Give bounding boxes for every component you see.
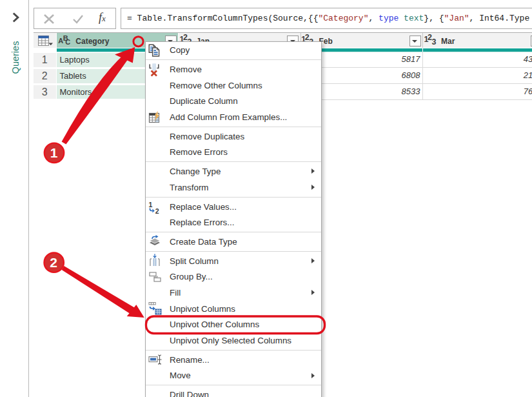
svg-text:1: 1 (50, 145, 58, 160)
svg-text:2: 2 (50, 255, 57, 270)
